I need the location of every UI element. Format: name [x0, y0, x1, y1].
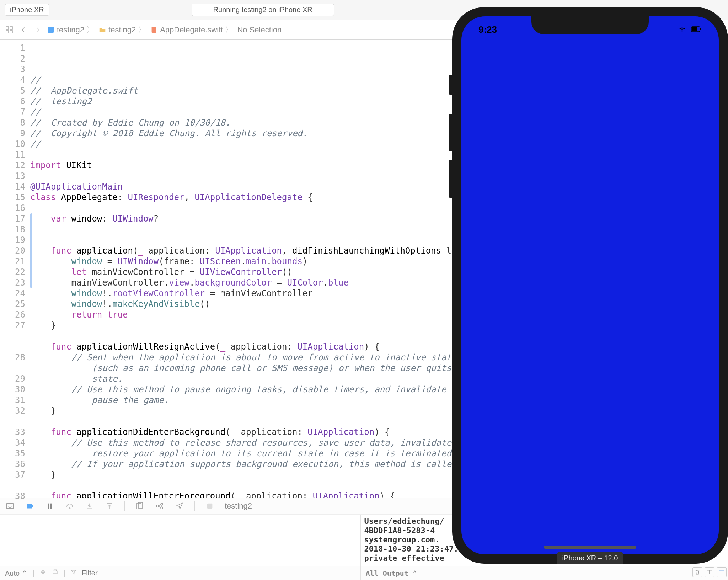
divider [124, 501, 125, 511]
svg-point-18 [161, 507, 163, 509]
svg-line-20 [159, 506, 161, 507]
related-items-icon[interactable] [4, 25, 14, 35]
breadcrumb-file[interactable]: AppDelegate.swift 〉 [150, 25, 235, 35]
status-time: 9:23 [478, 24, 497, 35]
print-icon[interactable] [52, 569, 59, 578]
trash-icon[interactable] [692, 567, 702, 577]
mute-switch[interactable] [449, 75, 452, 95]
breadcrumb-label: testing2 [108, 25, 136, 34]
process-target[interactable]: testing2 [225, 501, 252, 511]
console-right-controls [691, 566, 728, 579]
svg-rect-8 [50, 504, 52, 509]
phone-frame: 9:23 [452, 7, 728, 564]
process-icon [205, 501, 215, 511]
breadcrumb-symbol[interactable]: No Selection [237, 25, 282, 34]
breadcrumb-label: testing2 [57, 25, 84, 34]
volume-down-button[interactable] [449, 160, 452, 198]
svg-rect-24 [53, 571, 57, 574]
svg-rect-7 [48, 504, 49, 509]
svg-rect-0 [6, 27, 9, 29]
svg-rect-21 [207, 504, 213, 509]
home-indicator[interactable] [544, 546, 636, 549]
svg-rect-3 [10, 31, 12, 33]
activity-status: Running testing2 on iPhone XR [192, 4, 334, 16]
svg-rect-4 [48, 27, 54, 33]
step-out-icon[interactable] [105, 501, 114, 511]
svg-rect-32 [700, 28, 701, 30]
volume-up-button[interactable] [449, 114, 452, 151]
breadcrumb-project[interactable]: testing2 〉 [47, 25, 96, 35]
variables-footer: Auto ⌃ | | [0, 566, 360, 580]
variables-pane[interactable]: Auto ⌃ | | [0, 515, 361, 580]
svg-point-17 [161, 503, 163, 505]
line-gutter: 1234567891011121314151617181920212223242… [0, 40, 30, 498]
quicklook-icon[interactable] [39, 569, 47, 578]
pause-icon[interactable] [45, 501, 55, 511]
svg-point-9 [69, 508, 70, 509]
svg-rect-5 [152, 27, 156, 33]
svg-line-19 [159, 505, 161, 506]
show-console-icon[interactable] [717, 567, 727, 577]
wifi-icon [677, 24, 687, 35]
show-vars-icon[interactable] [705, 567, 714, 577]
svg-rect-1 [10, 27, 12, 29]
breadcrumb-folder[interactable]: testing2 〉 [98, 25, 148, 35]
divider [194, 501, 195, 511]
breakpoint-toggle-icon[interactable] [25, 501, 35, 511]
breadcrumb-label: No Selection [237, 25, 282, 34]
console-footer: All Output ⌃ [361, 566, 728, 580]
svg-rect-28 [719, 570, 724, 574]
ios-simulator[interactable]: 9:23 iPhone XR – 12.0 [452, 7, 728, 564]
status-bar: 9:23 [461, 21, 719, 38]
svg-point-16 [156, 505, 159, 507]
nav-forward-icon[interactable] [33, 25, 43, 35]
memory-graph-icon[interactable] [155, 501, 165, 511]
hide-debug-icon[interactable] [5, 501, 15, 511]
svg-rect-2 [6, 31, 9, 33]
phone-screen[interactable]: 9:23 [461, 16, 719, 554]
simulator-label: iPhone XR – 12.0 [557, 552, 623, 564]
nav-back-icon[interactable] [18, 25, 28, 35]
svg-rect-25 [54, 570, 57, 571]
output-scope-selector[interactable]: All Output ⌃ [366, 569, 417, 578]
breadcrumb-label: AppDelegate.swift [160, 25, 223, 34]
svg-point-23 [43, 572, 44, 573]
svg-rect-31 [692, 27, 697, 31]
step-in-icon[interactable] [85, 501, 95, 511]
svg-rect-26 [707, 570, 712, 574]
variables-filter-input[interactable] [82, 569, 172, 577]
step-over-icon[interactable] [65, 501, 75, 511]
battery-icon [691, 24, 702, 35]
location-icon[interactable] [175, 501, 184, 511]
filter-icon [70, 569, 77, 577]
scheme-selector[interactable]: iPhone XR [5, 4, 49, 16]
auto-scope-selector[interactable]: Auto ⌃ [5, 569, 28, 578]
view-debug-icon[interactable] [135, 501, 145, 511]
